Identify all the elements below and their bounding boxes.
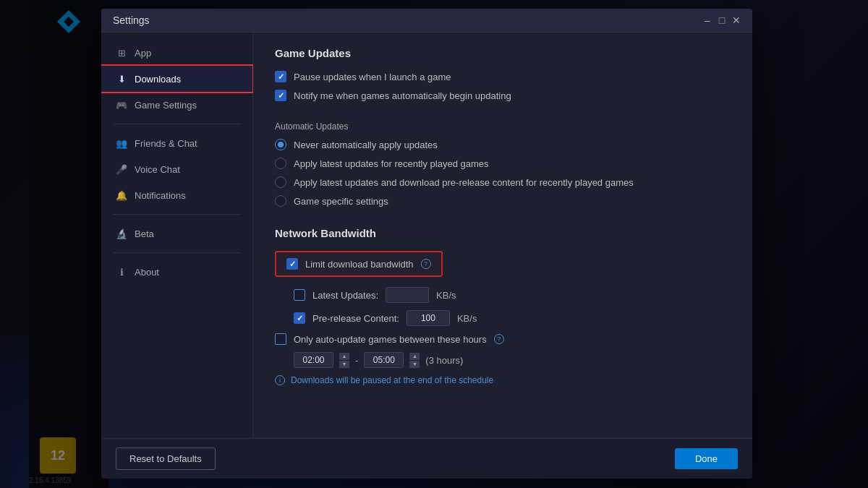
pause-updates-checkbox[interactable] bbox=[275, 71, 286, 82]
auto-updates-title: Automatic Updates bbox=[275, 121, 731, 132]
radio-recently-played[interactable] bbox=[275, 158, 286, 169]
game-updates-title: Game Updates bbox=[275, 47, 731, 59]
time-to-input[interactable] bbox=[364, 352, 404, 368]
prerelease-content-label: Pre-release Content: bbox=[312, 313, 399, 324]
radio-game-specific-label: Game specific settings bbox=[294, 196, 388, 207]
auto-hours-checkbox[interactable] bbox=[275, 333, 286, 345]
nav-separator-2 bbox=[113, 214, 241, 215]
notify-updates-label: Notify me when games automatically begin… bbox=[294, 90, 511, 101]
radio-game-specific-row: Game specific settings bbox=[275, 195, 731, 207]
sidebar-item-voice-chat[interactable]: 🎤 Voice Chat bbox=[101, 156, 252, 182]
time-to-stepper: ▲ ▼ bbox=[409, 353, 420, 368]
friends-icon: 👥 bbox=[116, 137, 127, 149]
sidebar-item-game-settings-label: Game Settings bbox=[135, 100, 197, 111]
notify-updates-row: Notify me when games automatically begin… bbox=[275, 90, 731, 101]
sidebar-item-notifications[interactable]: 🔔 Notifications bbox=[101, 182, 252, 208]
latest-updates-label: Latest Updates: bbox=[312, 290, 378, 301]
dialog-body: ⊞ App ⬇ Downloads 🎮 Game Settings 👥 Frie… bbox=[101, 33, 752, 438]
sidebar-item-friends-chat[interactable]: 👥 Friends & Chat bbox=[101, 130, 252, 156]
pause-updates-row: Pause updates when I launch a game bbox=[275, 71, 731, 82]
auto-hours-row: Only auto-update games between these hou… bbox=[275, 333, 731, 345]
maximize-button[interactable]: □ bbox=[718, 16, 726, 25]
time-to-up-button[interactable]: ▲ bbox=[409, 353, 420, 360]
app-icon: ⊞ bbox=[116, 47, 127, 59]
radio-prerelease-row: Apply latest updates and download pre-re… bbox=[275, 176, 731, 188]
minimize-button[interactable]: – bbox=[703, 16, 712, 25]
radio-recently-played-row: Apply latest updates for recently played… bbox=[275, 158, 731, 169]
info-text: Downloads will be paused at the end of t… bbox=[291, 375, 493, 385]
radio-game-specific[interactable] bbox=[275, 195, 286, 207]
limit-bandwidth-help-icon[interactable]: ? bbox=[421, 259, 431, 269]
radio-prerelease-label: Apply latest updates and download pre-re… bbox=[294, 177, 634, 188]
sidebar-item-voice-label: Voice Chat bbox=[135, 164, 180, 175]
auto-hours-help-icon[interactable]: ? bbox=[494, 334, 504, 344]
sidebar-item-beta-label: Beta bbox=[135, 228, 154, 239]
dialog-title: Settings bbox=[113, 14, 150, 26]
settings-content: Game Updates Pause updates when I launch… bbox=[253, 33, 752, 438]
time-separator: - bbox=[355, 355, 358, 366]
latest-updates-input[interactable] bbox=[386, 287, 429, 303]
time-range-row: ▲ ▼ - ▲ ▼ (3 hours) bbox=[275, 352, 731, 368]
downloads-icon: ⬇ bbox=[116, 73, 127, 85]
reset-defaults-button[interactable]: Reset to Defaults bbox=[116, 448, 216, 470]
time-from-input[interactable] bbox=[294, 352, 333, 368]
hours-label: (3 hours) bbox=[425, 355, 463, 366]
latest-updates-bandwidth-row: Latest Updates: KB/s bbox=[275, 287, 731, 303]
latest-updates-checkbox[interactable] bbox=[294, 289, 305, 301]
notifications-icon: 🔔 bbox=[116, 189, 127, 201]
limit-bandwidth-checkbox[interactable] bbox=[286, 258, 298, 270]
beta-icon: 🔬 bbox=[116, 228, 127, 239]
info-text-row: i Downloads will be paused at the end of… bbox=[275, 375, 731, 385]
time-from-down-button[interactable]: ▼ bbox=[339, 361, 349, 368]
window-controls: – □ ✕ bbox=[703, 16, 741, 25]
game-updates-section: Game Updates Pause updates when I launch… bbox=[275, 47, 731, 101]
sidebar-item-beta[interactable]: 🔬 Beta bbox=[101, 221, 252, 247]
prerelease-content-unit: KB/s bbox=[457, 313, 477, 324]
sidebar-item-notifications-label: Notifications bbox=[135, 190, 186, 201]
nav-separator-1 bbox=[113, 124, 241, 124]
time-from-stepper: ▲ ▼ bbox=[339, 353, 349, 368]
game-settings-icon: 🎮 bbox=[116, 99, 127, 111]
voice-chat-icon: 🎤 bbox=[116, 163, 127, 175]
settings-nav: ⊞ App ⬇ Downloads 🎮 Game Settings 👥 Frie… bbox=[101, 33, 253, 438]
radio-never-row: Never automatically apply updates bbox=[275, 139, 731, 150]
about-icon: ℹ bbox=[116, 266, 127, 278]
close-button[interactable]: ✕ bbox=[732, 16, 741, 25]
sidebar-item-downloads-label: Downloads bbox=[135, 74, 181, 85]
latest-updates-unit: KB/s bbox=[436, 290, 456, 301]
network-bandwidth-title: Network Bandwidth bbox=[275, 227, 731, 239]
auto-updates-section: Automatic Updates Never automatically ap… bbox=[275, 121, 731, 207]
settings-dialog: Settings – □ ✕ ⊞ App ⬇ Downloads 🎮 Game … bbox=[101, 9, 752, 479]
time-from-up-button[interactable]: ▲ bbox=[339, 353, 349, 360]
limit-bandwidth-box: Limit download bandwidth ? bbox=[275, 251, 443, 277]
radio-never[interactable] bbox=[275, 139, 286, 150]
sidebar-item-app-label: App bbox=[135, 48, 151, 59]
sidebar-item-about[interactable]: ℹ About bbox=[101, 259, 252, 285]
radio-recently-played-label: Apply latest updates for recently played… bbox=[294, 158, 489, 169]
notify-updates-checkbox[interactable] bbox=[275, 90, 286, 101]
pause-updates-label: Pause updates when I launch a game bbox=[294, 72, 451, 82]
nav-separator-3 bbox=[113, 252, 241, 253]
done-button[interactable]: Done bbox=[675, 448, 738, 469]
prerelease-content-bandwidth-row: Pre-release Content: KB/s bbox=[275, 310, 731, 326]
network-bandwidth-section: Network Bandwidth Limit download bandwid… bbox=[275, 227, 731, 385]
sidebar-item-friends-label: Friends & Chat bbox=[135, 138, 197, 149]
radio-never-label: Never automatically apply updates bbox=[294, 140, 438, 150]
info-icon: i bbox=[275, 375, 285, 385]
sidebar-item-about-label: About bbox=[135, 267, 159, 278]
limit-bandwidth-label: Limit download bandwidth bbox=[305, 259, 414, 270]
radio-prerelease[interactable] bbox=[275, 176, 286, 188]
auto-hours-label: Only auto-update games between these hou… bbox=[294, 334, 487, 345]
dialog-footer: Reset to Defaults Done bbox=[101, 438, 752, 479]
title-bar: Settings – □ ✕ bbox=[101, 9, 752, 33]
prerelease-content-checkbox[interactable] bbox=[294, 312, 305, 324]
sidebar-item-game-settings[interactable]: 🎮 Game Settings bbox=[101, 92, 252, 118]
sidebar-item-downloads[interactable]: ⬇ Downloads bbox=[101, 66, 252, 92]
time-to-down-button[interactable]: ▼ bbox=[409, 361, 420, 368]
sidebar-item-app[interactable]: ⊞ App bbox=[101, 40, 252, 66]
prerelease-content-input[interactable] bbox=[407, 310, 450, 326]
